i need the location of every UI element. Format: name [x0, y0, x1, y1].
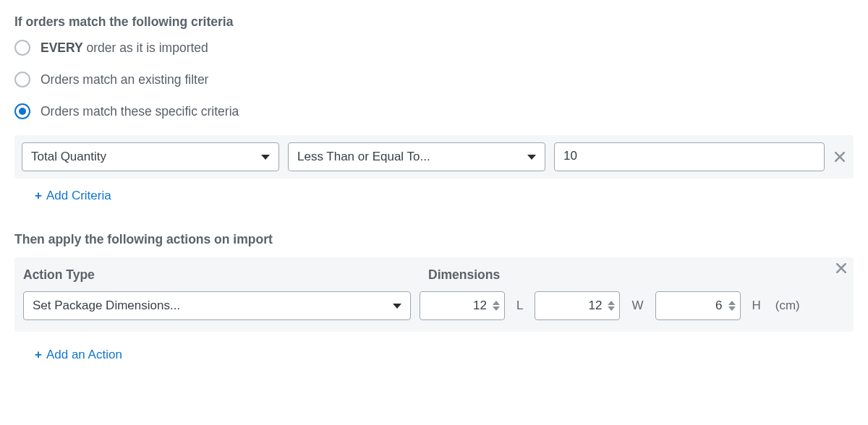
length-input[interactable] — [420, 291, 505, 320]
chevron-up-icon[interactable] — [728, 301, 736, 305]
criteria-heading: If orders match the following criteria — [14, 14, 854, 30]
close-icon — [836, 263, 846, 273]
actions-row: Action Type Dimensions Set Package Dimen… — [14, 257, 854, 332]
height-value[interactable] — [663, 299, 726, 313]
radio-icon[interactable] — [14, 103, 30, 119]
chevron-down-icon — [527, 155, 536, 160]
criteria-option-existing-filter[interactable]: Orders match an existing filter — [14, 72, 854, 87]
chevron-down-icon[interactable] — [728, 306, 736, 311]
actions-heading: Then apply the following actions on impo… — [14, 232, 854, 247]
close-icon — [835, 152, 845, 162]
radio-icon[interactable] — [14, 72, 30, 87]
chevron-down-icon[interactable] — [608, 306, 615, 311]
action-type-value: Set Package Dimensions... — [33, 299, 180, 313]
criteria-option-specific[interactable]: Orders match these specific criteria — [14, 103, 854, 119]
remove-action-button[interactable] — [835, 262, 848, 275]
radio-icon[interactable] — [14, 40, 30, 56]
plus-icon: + — [35, 348, 42, 362]
stepper[interactable] — [493, 301, 500, 311]
length-value[interactable] — [427, 299, 490, 313]
criteria-value-input[interactable]: 10 — [554, 142, 825, 171]
unit-label: (cm) — [775, 299, 800, 313]
criteria-operator-select[interactable]: Less Than or Equal To... — [288, 142, 545, 171]
action-type-select[interactable]: Set Package Dimensions... — [23, 291, 411, 320]
radio-label: EVERY order as it is imported — [41, 40, 208, 56]
criteria-operator-value: Less Than or Equal To... — [297, 150, 430, 164]
chevron-up-icon[interactable] — [608, 301, 615, 305]
criteria-row: Total Quantity Less Than or Equal To... … — [14, 135, 854, 179]
remove-criteria-button[interactable] — [833, 150, 846, 163]
radio-label: Orders match these specific criteria — [41, 104, 239, 119]
height-input[interactable] — [655, 291, 741, 320]
stepper[interactable] — [728, 301, 736, 311]
criteria-option-every[interactable]: EVERY order as it is imported — [14, 40, 854, 56]
add-criteria-label: Add Criteria — [46, 189, 111, 203]
width-input[interactable] — [535, 291, 620, 320]
action-type-column-label: Action Type — [23, 267, 420, 283]
criteria-field-value: Total Quantity — [31, 150, 106, 164]
width-value[interactable] — [542, 299, 605, 313]
radio-label: Orders match an existing filter — [41, 72, 208, 87]
criteria-value-text: 10 — [563, 149, 577, 163]
length-label: L — [516, 299, 523, 313]
height-label: H — [752, 299, 761, 313]
width-label: W — [631, 299, 643, 313]
plus-icon: + — [35, 189, 42, 203]
add-criteria-button[interactable]: + Add Criteria — [14, 189, 111, 203]
add-action-label: Add an Action — [46, 348, 122, 362]
chevron-down-icon[interactable] — [493, 306, 500, 311]
chevron-down-icon — [393, 304, 401, 309]
dimensions-column-label: Dimensions — [428, 267, 500, 283]
chevron-down-icon — [261, 155, 270, 160]
add-action-button[interactable]: + Add an Action — [14, 348, 122, 362]
chevron-up-icon[interactable] — [493, 301, 500, 305]
criteria-field-select[interactable]: Total Quantity — [22, 142, 279, 171]
stepper[interactable] — [608, 301, 615, 311]
